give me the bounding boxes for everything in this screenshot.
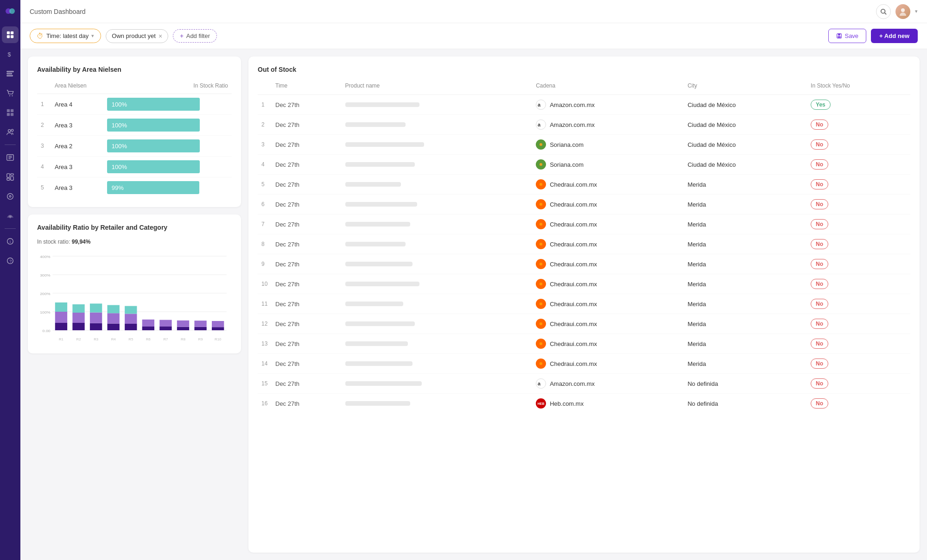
oos-product <box>342 175 533 195</box>
time-filter-button[interactable]: ⏱ Time: latest day ▾ <box>30 29 101 43</box>
oos-stock-badge: No <box>807 135 910 155</box>
nielsen-rank: 2 <box>37 115 51 136</box>
svg-rect-62 <box>125 314 137 324</box>
retailer-logo-amazon: a <box>536 378 546 389</box>
oos-stock-badge: No <box>807 214 910 234</box>
oos-product <box>342 155 533 175</box>
oos-retailer: a Amazon.com.mx <box>532 115 684 135</box>
save-button[interactable]: Save <box>828 29 866 43</box>
svg-rect-55 <box>90 323 102 330</box>
oos-row: 14 Dec 27th Chedraui.com.mx Merida No <box>258 354 910 374</box>
oos-stock-badge: No <box>807 254 910 274</box>
oos-retailer: a Amazon.com.mx <box>532 95 684 115</box>
sidebar-item-signal[interactable] <box>2 208 19 224</box>
oos-row: 3 Dec 27th Soriana.com Ciudad de México … <box>258 135 910 155</box>
oos-city: Merida <box>684 354 807 374</box>
oos-time: Dec 27th <box>272 115 342 135</box>
oos-row: 2 Dec 27th a Amazon.com.mx Ciudad de Méx… <box>258 115 910 135</box>
svg-rect-72 <box>212 327 224 330</box>
oos-retailer: Soriana.com <box>532 155 684 175</box>
svg-rect-61 <box>125 324 137 330</box>
sidebar-item-home[interactable] <box>2 26 19 43</box>
retailer-name: Chedraui.com.mx <box>550 301 597 308</box>
oos-col-header: In Stock Yes/No <box>807 81 910 95</box>
avatar-chevron[interactable]: ▾ <box>915 8 918 14</box>
sidebar-divider-2 <box>5 228 16 229</box>
retailer-name: Chedraui.com.mx <box>550 221 597 228</box>
stock-badge: No <box>811 219 828 229</box>
sidebar-item-help[interactable]: ? <box>2 252 19 269</box>
sidebar-item-dollar[interactable]: $ <box>2 46 19 63</box>
time-filter-label: Time: latest day <box>46 32 89 39</box>
oos-city: Merida <box>684 175 807 195</box>
oos-row: 10 Dec 27th Chedraui.com.mx Merida No <box>258 274 910 294</box>
retailer-logo-chedraui <box>536 199 546 209</box>
add-new-button[interactable]: + Add new <box>871 29 918 43</box>
oos-city: Ciudad de México <box>684 95 807 115</box>
svg-rect-53 <box>72 313 84 323</box>
out-of-stock-card: Out of Stock TimeProduct nameCadenaCityI… <box>248 57 920 553</box>
svg-text:R9: R9 <box>198 337 203 341</box>
product-name-bar <box>345 381 422 386</box>
product-filter-remove[interactable]: × <box>159 32 162 40</box>
oos-rank: 5 <box>258 175 272 195</box>
chart-title: Availability Ratio by Retailer and Categ… <box>37 224 232 231</box>
search-button[interactable] <box>876 4 891 19</box>
retailer-logo-amazon: a <box>536 120 546 130</box>
svg-point-95 <box>540 223 542 226</box>
product-name-bar <box>345 262 413 266</box>
stock-badge: No <box>811 319 828 329</box>
logo-icon[interactable] <box>4 5 17 18</box>
oos-rank: 12 <box>258 314 272 334</box>
sidebar-item-cart[interactable] <box>2 85 19 101</box>
svg-text:$: $ <box>8 51 11 58</box>
svg-rect-59 <box>108 313 120 323</box>
oos-time: Dec 27th <box>272 234 342 254</box>
add-new-label: + Add new <box>879 32 909 39</box>
oos-row: 5 Dec 27th Chedraui.com.mx Merida No <box>258 175 910 195</box>
sidebar-item-reports[interactable] <box>2 65 19 82</box>
sidebar-item-users[interactable] <box>2 124 19 140</box>
oos-col-header: City <box>684 81 807 95</box>
svg-rect-52 <box>72 323 84 330</box>
svg-rect-38 <box>838 36 841 38</box>
oos-retailer: Chedraui.com.mx <box>532 334 684 354</box>
product-name-bar <box>345 242 406 246</box>
product-name-bar <box>345 122 406 127</box>
avatar[interactable] <box>895 4 910 19</box>
oos-row: 8 Dec 27th Chedraui.com.mx Merida No <box>258 234 910 254</box>
oos-time: Dec 27th <box>272 314 342 334</box>
svg-rect-14 <box>7 113 10 116</box>
retailer-logo-heb: HEB <box>536 398 546 409</box>
svg-rect-13 <box>11 109 13 112</box>
nielsen-area: Area 4 <box>51 94 103 115</box>
sidebar-item-list[interactable] <box>2 149 19 166</box>
oos-row: 15 Dec 27th a Amazon.com.mx No definida … <box>258 374 910 394</box>
svg-rect-64 <box>142 327 154 330</box>
add-filter-button[interactable]: + Add filter <box>173 29 217 43</box>
oos-stock-badge: No <box>807 314 910 334</box>
svg-rect-60 <box>108 305 120 314</box>
retailer-logo-chedraui <box>536 339 546 349</box>
svg-rect-69 <box>177 321 189 327</box>
sidebar-item-dashboard[interactable] <box>2 169 19 185</box>
oos-rank: 7 <box>258 214 272 234</box>
time-icon: ⏱ <box>37 32 44 40</box>
sidebar-item-info[interactable]: i <box>2 233 19 250</box>
oos-stock-badge: No <box>807 175 910 195</box>
svg-text:i: i <box>10 239 11 244</box>
svg-rect-54 <box>72 304 84 313</box>
sidebar-item-compass[interactable] <box>2 188 19 205</box>
product-name-bar <box>345 282 419 286</box>
oos-product <box>342 195 533 214</box>
svg-rect-5 <box>11 35 13 38</box>
chart-subtitle: In stock ratio: 99,94% <box>37 239 232 245</box>
oos-retailer: Chedraui.com.mx <box>532 354 684 374</box>
svg-rect-68 <box>177 327 189 330</box>
svg-point-35 <box>901 8 905 12</box>
svg-rect-7 <box>7 71 13 72</box>
svg-rect-65 <box>142 320 154 327</box>
sidebar-item-grid[interactable] <box>2 104 19 121</box>
time-filter-chevron: ▾ <box>91 33 94 39</box>
svg-point-16 <box>8 130 11 132</box>
